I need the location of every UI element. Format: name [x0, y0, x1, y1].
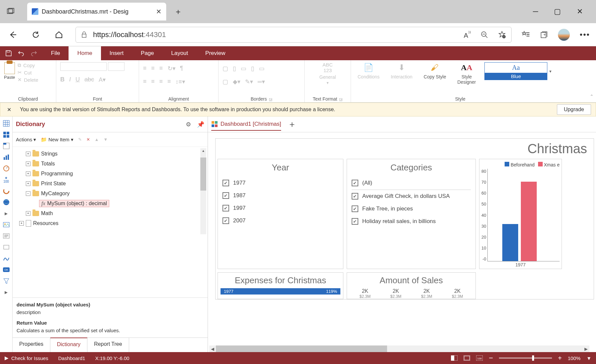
tool-indicator-icon[interactable]: ★100: [3, 176, 10, 183]
tree-item-strings[interactable]: +Strings: [13, 149, 208, 159]
tool-button-icon[interactable]: OK: [3, 266, 10, 273]
save-icon[interactable]: [5, 50, 12, 57]
tool-map-icon[interactable]: [3, 199, 10, 206]
tab-home[interactable]: Home: [69, 46, 101, 60]
style-swatch[interactable]: Aa Blue: [484, 62, 547, 80]
tree-item-mysum[interactable]: fxMySum (object) : decimal: [13, 199, 208, 208]
tab-file[interactable]: File: [42, 46, 69, 60]
expenses-bar: 1977119%: [221, 288, 340, 295]
tab-insert[interactable]: Insert: [101, 46, 132, 60]
tool-filter-icon[interactable]: [3, 277, 10, 285]
read-aloud-icon[interactable]: A⁾⁾: [464, 30, 471, 39]
favorites-list-icon[interactable]: [522, 30, 530, 39]
dashboard-canvas[interactable]: Christmas Year ✔1977 ✔1987 ✔1997 ✔2007 C…: [215, 138, 594, 299]
collections-icon[interactable]: +: [540, 31, 548, 39]
refresh-button[interactable]: [29, 28, 42, 41]
tool-image-icon[interactable]: [3, 221, 10, 228]
tool-cards-icon[interactable]: [3, 131, 10, 138]
year-checkbox-2007[interactable]: ✔2007: [223, 214, 338, 227]
canvas-tab-dashboard1[interactable]: Dashboard1 [Christmas]: [211, 121, 281, 131]
chart-panel[interactable]: Beforehand Xmas e 80 70 60 50 40 30: [479, 159, 562, 269]
new-tab-button[interactable]: ＋: [172, 5, 185, 18]
paste-button[interactable]: Paste: [4, 62, 15, 80]
expenses-panel[interactable]: Expenses for Christmas 1977119%: [218, 272, 343, 299]
browser-tab[interactable]: DashboardChristmas.mrt - Desig ✕: [27, 3, 166, 21]
zoom-out-button[interactable]: −: [489, 354, 493, 362]
tab-preview[interactable]: Preview: [197, 46, 234, 60]
view-mode-3-icon[interactable]: 100: [476, 355, 483, 361]
canvas-h-scrollbar[interactable]: ◀▶: [209, 345, 589, 352]
tab-layout[interactable]: Layout: [163, 46, 197, 60]
year-panel[interactable]: Year ✔1977 ✔1987 ✔1997 ✔2007: [218, 159, 343, 269]
tool-text-icon[interactable]: [3, 232, 10, 240]
collapse-ribbon-icon[interactable]: ˆ: [591, 94, 593, 101]
undo-icon[interactable]: [18, 50, 25, 57]
year-checkbox-1997[interactable]: ✔1997: [223, 202, 338, 214]
borders-dialog-launcher[interactable]: ◲: [269, 97, 272, 101]
tab-dictionary[interactable]: Dictionary: [50, 338, 87, 352]
upgrade-button[interactable]: Upgrade: [557, 104, 591, 115]
tree-item-totals[interactable]: +Totals: [13, 159, 208, 169]
copy-style-button[interactable]: 🖌Copy Style: [421, 62, 449, 79]
back-button[interactable]: [6, 28, 19, 41]
tab-properties[interactable]: Properties: [13, 338, 50, 352]
tab-report-tree[interactable]: Report Tree: [87, 338, 129, 352]
tree-item-math[interactable]: +Math: [13, 208, 208, 218]
style-designer-button[interactable]: AAStyle Designer: [455, 62, 478, 85]
tool-chart-icon[interactable]: [3, 154, 10, 161]
tree-item-mycategory[interactable]: −MyCategory: [13, 189, 208, 199]
zoom-dropdown-icon[interactable]: ▼: [586, 355, 591, 361]
tool-pivot-icon[interactable]: [3, 142, 10, 150]
pin-icon[interactable]: 📌: [197, 121, 204, 128]
view-mode-2-icon[interactable]: [464, 355, 470, 361]
svg-rect-14: [3, 120, 9, 126]
maximize-icon[interactable]: ▢: [554, 7, 561, 16]
zoom-level[interactable]: 100%: [568, 355, 580, 361]
tool-progress-icon[interactable]: [3, 187, 10, 195]
settings-gear-icon[interactable]: ⚙: [186, 121, 191, 128]
svg-text:OK: OK: [4, 268, 8, 271]
minimize-icon[interactable]: ─: [533, 7, 538, 16]
add-page-button[interactable]: ＋: [288, 118, 296, 130]
zoom-in-button[interactable]: +: [558, 354, 562, 362]
redo-icon[interactable]: [30, 50, 37, 57]
tool-shape-icon[interactable]: [3, 255, 10, 262]
tool-more2-icon[interactable]: ▸: [3, 289, 10, 296]
more-menu-icon[interactable]: •••: [580, 30, 590, 39]
view-mode-1-icon[interactable]: [451, 355, 458, 361]
textformat-dialog-launcher[interactable]: ◲: [339, 97, 342, 101]
tree-item-printstate[interactable]: +Print State: [13, 179, 208, 189]
check-for-issues[interactable]: ▶Check for Issues: [5, 355, 48, 361]
close-trial-notice-icon[interactable]: ✕: [5, 107, 13, 113]
actions-dropdown[interactable]: Actions ▾: [16, 137, 36, 143]
tool-gauge-icon[interactable]: [3, 165, 10, 172]
categories-panel[interactable]: Categories ✔(All) ✔Average Gift Check, i…: [347, 159, 476, 269]
favorite-add-icon[interactable]: +: [498, 31, 506, 39]
style-dropdown-icon[interactable]: ▾: [549, 69, 552, 74]
tool-table-icon[interactable]: [3, 120, 10, 127]
sales-panel[interactable]: Amount of Sales 2K2K2K2K $2.3M$2.3M$2.3M…: [347, 272, 476, 299]
year-checkbox-1977[interactable]: ✔1977: [223, 177, 338, 189]
address-bar[interactable]: https://localhost:44301 A⁾⁾ +: [75, 27, 512, 43]
tab-page[interactable]: Page: [132, 46, 163, 60]
close-tab-icon[interactable]: ✕: [156, 8, 162, 16]
delete-item-icon[interactable]: ✕: [86, 137, 90, 142]
tool-more-icon[interactable]: ▸: [3, 210, 10, 217]
category-checkbox-retail[interactable]: ✔Holiday retail sales, in billions: [352, 215, 471, 228]
tab-overview-icon[interactable]: [4, 5, 17, 18]
chart-bar-xmas: [521, 182, 537, 261]
home-button[interactable]: [52, 28, 66, 41]
category-checkbox-tree[interactable]: ✔Fake Tree, in pieces: [352, 203, 471, 215]
profile-avatar[interactable]: [558, 29, 570, 41]
close-window-icon[interactable]: ✕: [577, 7, 583, 16]
new-item-dropdown[interactable]: 📁New Item ▾: [41, 137, 73, 143]
tool-panel-icon[interactable]: [3, 244, 10, 251]
zoom-slider[interactable]: [499, 357, 552, 359]
tree-scrollbar[interactable]: ▲: [200, 148, 206, 234]
zoom-out-icon[interactable]: [481, 31, 488, 38]
tree-item-programming[interactable]: +Programming: [13, 169, 208, 179]
category-checkbox-all[interactable]: ✔(All): [352, 177, 471, 190]
year-checkbox-1987[interactable]: ✔1987: [223, 189, 338, 202]
tree-item-resources[interactable]: +Resources: [13, 218, 208, 228]
category-checkbox-gift[interactable]: ✔Average Gift Check, in dollars USA: [352, 190, 471, 203]
